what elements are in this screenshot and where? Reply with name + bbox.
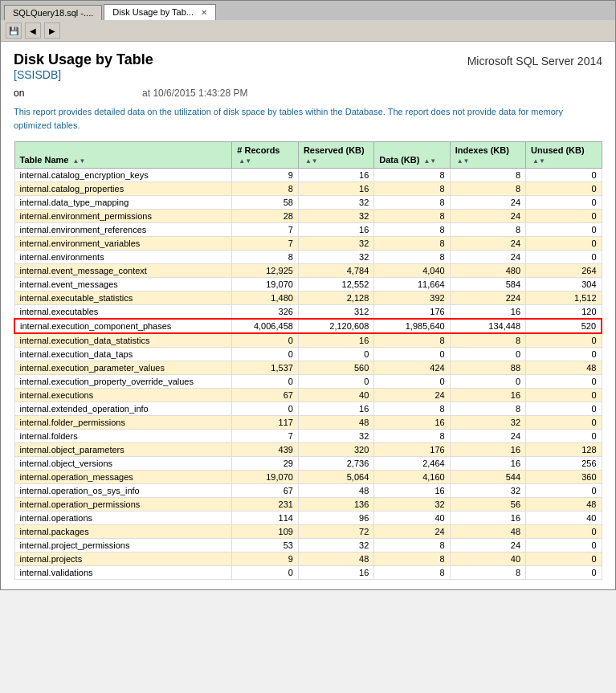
cell-indexes: 8 — [450, 182, 525, 196]
cell-table-name: internal.folder_permissions — [14, 416, 232, 430]
cell-records: 0 — [232, 333, 299, 348]
col-header-records[interactable]: # Records ▲▼ — [232, 142, 299, 169]
cell-indexes: 16 — [450, 512, 525, 525]
cell-records: 1,537 — [232, 361, 299, 375]
table-row: internal.executions674024160 — [14, 389, 602, 402]
cell-table-name: internal.catalog_encryption_keys — [14, 169, 232, 182]
cell-records: 0 — [232, 402, 299, 416]
cell-unused: 0 — [526, 484, 602, 498]
sort-icon-indexes[interactable]: ▲▼ — [457, 157, 470, 165]
cell-records: 19,070 — [232, 471, 299, 484]
cell-unused: 0 — [526, 251, 602, 264]
cell-data: 8 — [374, 210, 450, 223]
cell-data: 8 — [374, 566, 450, 580]
cell-data: 4,160 — [374, 471, 450, 484]
cell-indexes: 24 — [450, 539, 525, 552]
col-header-reserved[interactable]: Reserved (KB) ▲▼ — [298, 142, 373, 169]
sort-icon-data[interactable]: ▲▼ — [423, 157, 436, 165]
cell-indexes: 8 — [450, 169, 525, 182]
cell-unused: 0 — [526, 416, 602, 430]
cell-table-name: internal.executions — [14, 389, 232, 402]
cell-unused: 0 — [526, 525, 602, 539]
cell-unused: 256 — [526, 457, 602, 471]
table-row: internal.execution_data_statistics016880 — [14, 333, 602, 348]
cell-table-name: internal.execution_parameter_values — [14, 361, 232, 375]
cell-reserved: 48 — [298, 552, 373, 566]
sort-icon-records[interactable]: ▲▼ — [239, 157, 251, 165]
cell-table-name: internal.operation_permissions — [14, 498, 232, 512]
cell-records: 53 — [232, 539, 299, 552]
col-header-name[interactable]: Table Name ▲▼ — [14, 142, 232, 169]
cell-table-name: internal.projects — [14, 552, 232, 566]
cell-reserved: 48 — [298, 416, 373, 430]
cell-reserved: 16 — [298, 169, 373, 182]
cell-indexes: 8 — [450, 566, 525, 580]
cell-indexes: 16 — [450, 443, 525, 457]
cell-data: 8 — [374, 333, 450, 348]
cell-data: 8 — [374, 539, 450, 552]
cell-records: 29 — [232, 457, 299, 471]
cell-unused: 48 — [526, 361, 602, 375]
cell-records: 7 — [232, 430, 299, 443]
cell-table-name: internal.folders — [14, 430, 232, 443]
tab-sqlquery[interactable]: SQLQuery18.sql -.... — [4, 5, 102, 20]
cell-unused: 120 — [526, 305, 602, 320]
cell-records: 19,070 — [232, 278, 299, 291]
cell-indexes: 24 — [450, 237, 525, 251]
cell-unused: 0 — [526, 237, 602, 251]
cell-data: 16 — [374, 484, 450, 498]
cell-reserved: 312 — [298, 305, 373, 320]
cell-unused: 0 — [526, 333, 602, 348]
cell-unused: 0 — [526, 375, 602, 389]
cell-table-name: internal.execution_data_statistics — [14, 333, 232, 348]
cell-indexes: 224 — [450, 291, 525, 305]
cell-records: 0 — [232, 375, 299, 389]
next-button[interactable]: ▶ — [44, 22, 60, 39]
cell-data: 0 — [374, 348, 450, 361]
table-row: internal.extended_operation_info016880 — [14, 402, 602, 416]
col-header-data[interactable]: Data (KB) ▲▼ — [374, 142, 450, 169]
tab-diskusage[interactable]: Disk Usage by Tab... ✕ — [104, 4, 216, 20]
cell-data: 11,664 — [374, 278, 450, 291]
cell-table-name: internal.operation_os_sys_info — [14, 484, 232, 498]
cell-unused: 520 — [526, 319, 602, 333]
table-row: internal.operation_os_sys_info674816320 — [14, 484, 602, 498]
close-icon[interactable]: ✕ — [201, 8, 207, 17]
sort-icon-name[interactable]: ▲▼ — [73, 157, 86, 165]
sort-icon-unused[interactable]: ▲▼ — [532, 157, 545, 165]
table-row: internal.executables32631217616120 — [14, 305, 602, 320]
cell-records: 9 — [232, 169, 299, 182]
cell-table-name: internal.environment_variables — [14, 237, 232, 251]
cell-indexes: 8 — [450, 402, 525, 416]
table-header-row: Table Name ▲▼ # Records ▲▼ Reserved (KB)… — [14, 142, 602, 169]
cell-data: 8 — [374, 251, 450, 264]
cell-reserved: 2,120,608 — [298, 319, 373, 333]
cell-data: 24 — [374, 389, 450, 402]
cell-indexes: 16 — [450, 305, 525, 320]
col-header-unused[interactable]: Unused (KB) ▲▼ — [526, 142, 602, 169]
cell-table-name: internal.object_versions — [14, 457, 232, 471]
cell-records: 1,480 — [232, 291, 299, 305]
table-row: internal.project_permissions53328240 — [14, 539, 602, 552]
cell-data: 176 — [374, 443, 450, 457]
cell-reserved: 16 — [298, 182, 373, 196]
col-header-indexes[interactable]: Indexes (KB) ▲▼ — [450, 142, 525, 169]
table-body: internal.catalog_encryption_keys916880in… — [14, 169, 602, 580]
cell-indexes: 24 — [450, 210, 525, 223]
cell-indexes: 56 — [450, 498, 525, 512]
cell-table-name: internal.catalog_properties — [14, 182, 232, 196]
sort-icon-reserved[interactable]: ▲▼ — [305, 157, 318, 165]
cell-unused: 360 — [526, 471, 602, 484]
cell-unused: 0 — [526, 169, 602, 182]
table-row: internal.object_parameters43932017616128 — [14, 443, 602, 457]
save-button[interactable]: 💾 — [6, 22, 22, 39]
cell-table-name: internal.project_permissions — [14, 539, 232, 552]
cell-data: 176 — [374, 305, 450, 320]
cell-indexes: 584 — [450, 278, 525, 291]
cell-records: 117 — [232, 416, 299, 430]
cell-records: 28 — [232, 210, 299, 223]
prev-button[interactable]: ◀ — [25, 22, 41, 39]
cell-table-name: internal.executables — [14, 305, 232, 320]
table-row: internal.execution_property_override_val… — [14, 375, 602, 389]
cell-table-name: internal.data_type_mapping — [14, 196, 232, 210]
